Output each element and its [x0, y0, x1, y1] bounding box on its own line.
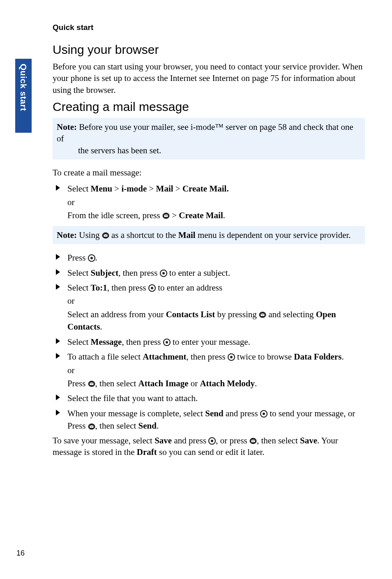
envelope-key-icon — [249, 437, 257, 445]
note1-text-a: Before you use your mailer, see i-mode™ … — [57, 122, 353, 143]
envelope-key-icon — [102, 232, 109, 239]
nav-key-icon — [208, 437, 216, 445]
page-content: Quick start Using your browser Before yo… — [53, 23, 365, 462]
page-number: 16 — [16, 549, 25, 558]
running-head: Quick start — [53, 23, 365, 32]
svg-point-23 — [211, 440, 213, 442]
svg-point-9 — [151, 287, 153, 289]
section-title-mail: Creating a mail message — [53, 100, 365, 114]
mail-intro: To create a mail message: — [53, 167, 365, 178]
nav-key-icon — [148, 284, 156, 292]
sidebar-tab: Quick start — [15, 59, 32, 133]
step-1: Select Menu > i-mode > Mail > Create Mai… — [62, 182, 365, 221]
section-title-browser: Using your browser — [53, 43, 365, 57]
step-5: Select Message, then press to enter your… — [62, 336, 365, 348]
step-7: Select the file that you want to attach. — [62, 392, 365, 404]
nav-key-icon — [163, 339, 171, 346]
nav-key-icon — [228, 353, 235, 361]
note1-text-b: the servers has been set. — [57, 145, 361, 156]
step-2: Press . — [62, 251, 365, 264]
svg-point-19 — [263, 413, 265, 415]
nav-key-icon — [260, 410, 267, 418]
envelope-key-icon — [88, 423, 95, 430]
svg-point-15 — [230, 356, 233, 358]
step-8: When your message is complete, select Se… — [62, 407, 365, 432]
note-box-1: Note: Before you use your mailer, see i-… — [53, 118, 365, 159]
step-6: To attach a file select Attachment, then… — [62, 351, 365, 390]
envelope-key-icon — [88, 380, 95, 388]
note-label: Note: — [57, 122, 77, 132]
browser-body: Before you can start using your browser,… — [53, 61, 365, 96]
note-box-2: Note: Using as a shortcut to the Mail me… — [53, 226, 365, 244]
svg-point-7 — [162, 272, 165, 275]
note-label-2: Note: — [57, 230, 77, 240]
closing-paragraph: To save your message, select Save and pr… — [53, 435, 365, 458]
svg-point-13 — [166, 341, 168, 344]
envelope-key-icon — [259, 311, 266, 318]
sidebar-label: Quick start — [18, 64, 28, 111]
nav-key-icon — [88, 254, 95, 262]
steps-list-2: Press . Select Subject, then press to en… — [53, 251, 365, 432]
steps-list-1: Select Menu > i-mode > Mail > Create Mai… — [53, 182, 365, 221]
step-4: Select To:1, then press to enter an addr… — [62, 281, 365, 333]
step-3: Select Subject, then press to enter a su… — [62, 267, 365, 279]
svg-point-5 — [90, 257, 93, 259]
envelope-key-icon — [162, 212, 170, 219]
nav-key-icon — [160, 270, 167, 277]
